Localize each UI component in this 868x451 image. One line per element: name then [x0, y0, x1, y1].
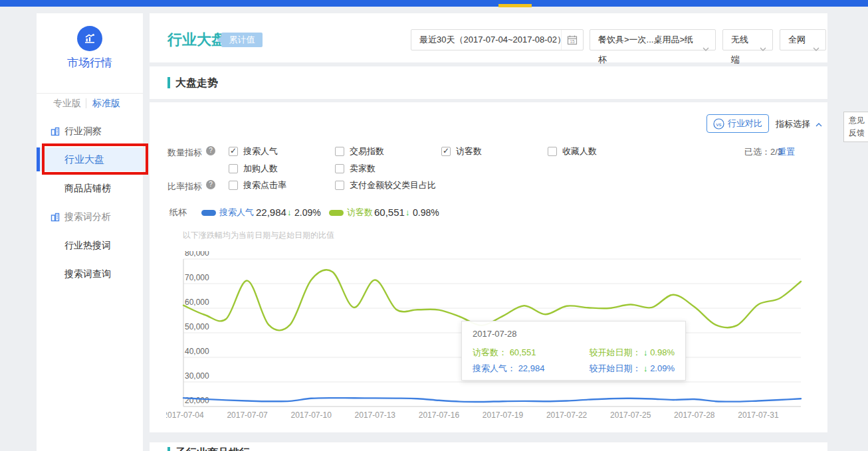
legend-series-change: 2.09%	[294, 207, 321, 218]
tab-pro-version[interactable]: 专业版	[53, 98, 81, 110]
sidebar-item-label: 行业热搜词	[64, 238, 111, 252]
checkbox-visitor-count[interactable]: 访客数	[441, 146, 482, 157]
svg-text:2017-07-19: 2017-07-19	[483, 410, 524, 420]
legend-series-value: 22,984	[256, 207, 286, 218]
chart-tooltip: 2017-07-28 访客数： 60,551 较开始日期： ↓ 0.98% 搜索…	[461, 321, 686, 381]
sidebar-item-hot-search-words[interactable]: 行业热搜词	[37, 238, 143, 252]
vs-icon: vs	[713, 118, 724, 130]
checkbox-label: 交易指数	[350, 145, 384, 157]
checkbox-label: 访客数	[456, 145, 482, 157]
help-icon[interactable]: ?	[206, 180, 215, 189]
checkbox-seller-count[interactable]: 卖家数	[335, 163, 376, 174]
red-highlight-annotation	[42, 143, 148, 175]
checkbox-box[interactable]	[229, 164, 238, 173]
tooltip-compare-label: 较开始日期：	[589, 363, 641, 373]
tooltip-row-visitor: 访客数： 60,551 较开始日期： ↓ 0.98%	[473, 345, 675, 361]
tooltip-series-name: 搜索人气：	[473, 363, 516, 373]
ratio-metric-label: 比率指标	[167, 181, 202, 193]
tab-standard-version[interactable]: 标准版	[92, 98, 120, 110]
section-accent-bar	[167, 447, 170, 451]
checkbox-box[interactable]	[441, 147, 451, 156]
active-tab-indicator	[498, 4, 532, 7]
checkbox-box[interactable]	[229, 181, 238, 190]
checkbox-transaction-index[interactable]: 交易指数	[335, 146, 384, 157]
down-arrow-icon: ↓	[405, 207, 410, 218]
checkbox-box[interactable]	[548, 147, 557, 156]
help-icon[interactable]: ?	[206, 146, 215, 155]
checkbox-add-cart-count[interactable]: 加购人数	[229, 163, 278, 174]
svg-text:2017-07-13: 2017-07-13	[355, 410, 396, 420]
svg-text:2017-07-04: 2017-07-04	[166, 410, 204, 420]
tooltip-series-value: 60,551	[510, 347, 536, 357]
page: 市场行情 专业版 标准版 行业洞察 行业大盘 商品店铺榜	[0, 0, 868, 451]
checkbox-favorite-count[interactable]: 收藏人数	[548, 146, 597, 157]
checkbox-box[interactable]	[335, 181, 344, 190]
down-arrow-icon: ↓	[643, 363, 648, 373]
calendar-icon[interactable]: 15	[561, 30, 583, 50]
tooltip-row-search-popularity: 搜索人气： 22,984 较开始日期： ↓ 2.09%	[473, 361, 675, 377]
sidebar-divider	[37, 93, 143, 94]
svg-text:2017-07-28: 2017-07-28	[674, 410, 715, 420]
tooltip-series-value: 22,984	[518, 363, 545, 373]
checkbox-box[interactable]	[335, 147, 344, 156]
feedback-label: 意见	[844, 114, 868, 127]
checkbox-payment-parent-ratio[interactable]: 支付金额较父类目占比	[335, 180, 436, 191]
legend-series-name[interactable]: 访客数	[347, 207, 373, 218]
svg-text:50,000: 50,000	[185, 322, 209, 331]
tooltip-date: 2017-07-28	[473, 329, 675, 339]
checkbox-search-popularity[interactable]: 搜索人气	[229, 146, 278, 157]
industry-compare-button[interactable]: vs 行业对比	[706, 114, 769, 133]
legend-series-change: 0.98%	[413, 207, 439, 218]
metric-select-toggle[interactable]: 指标选择	[776, 118, 822, 130]
sidebar-item-product-shop-rank[interactable]: 商品店铺榜	[37, 181, 143, 195]
top-navigation-bar	[0, 0, 868, 7]
page-header: 行业大盘 累计值 最近30天（2017-07-04~2017-08-02） 15…	[150, 13, 827, 62]
chevron-up-icon	[815, 123, 822, 127]
svg-text:70,000: 70,000	[185, 273, 209, 282]
category-dropdown[interactable]: 餐饮具>一次...桌用品>纸杯	[590, 29, 716, 50]
sidebar-item-label: 商品店铺榜	[64, 181, 111, 195]
active-item-bar	[37, 147, 40, 171]
svg-text:30,000: 30,000	[185, 371, 209, 381]
section-accent-bar	[167, 77, 170, 88]
date-range-picker[interactable]: 最近30天（2017-07-04~2017-08-02） 15	[411, 29, 584, 50]
checkbox-search-ctr[interactable]: 搜索点击率	[229, 180, 286, 191]
section-title: 大盘走势	[175, 76, 218, 90]
section-title: 子行业商品排行	[175, 446, 250, 451]
feedback-tab[interactable]: 意见 反馈	[843, 112, 868, 142]
chevron-down-icon	[813, 39, 819, 58]
sidebar: 市场行情 专业版 标准版 行业洞察 行业大盘 商品店铺榜	[37, 13, 143, 451]
chart-note: 以下涨跌幅均为当前日期与起始日期的比值	[183, 230, 334, 241]
market-trend-icon	[77, 26, 102, 51]
scope-dropdown[interactable]: 全网	[780, 29, 826, 50]
trend-section-header: 大盘走势	[150, 66, 827, 99]
terminal-dropdown-value: 无线端	[731, 35, 748, 64]
checkbox-label: 支付金额较父类目占比	[350, 179, 436, 191]
svg-text:15: 15	[570, 39, 575, 44]
cumulative-value-badge: 累计值	[221, 33, 263, 47]
industry-compare-label: 行业对比	[728, 118, 762, 130]
tooltip-change-value: 2.09%	[650, 363, 675, 373]
date-range-text: 最近30天（2017-07-04~2017-08-02）	[419, 35, 566, 45]
quantity-metric-label: 数量指标	[167, 147, 202, 159]
svg-text:2017-07-16: 2017-07-16	[419, 410, 460, 420]
legend-pill-visitor-count[interactable]	[329, 210, 344, 216]
reset-button[interactable]: 重置	[778, 146, 795, 158]
sidebar-group-industry-insight[interactable]: 行业洞察	[37, 124, 143, 137]
checkbox-label: 搜索点击率	[243, 179, 286, 191]
legend-series-name[interactable]: 搜索人气	[219, 207, 254, 218]
legend-category: 纸杯	[169, 207, 187, 218]
checkbox-label: 卖家数	[350, 163, 376, 175]
checkbox-box[interactable]	[229, 147, 238, 156]
legend-pill-search-popularity[interactable]	[201, 210, 216, 216]
svg-text:2017-07-31: 2017-07-31	[738, 410, 779, 420]
version-tab-separator	[86, 98, 86, 108]
sidebar-item-label: 行业洞察	[64, 124, 102, 137]
sidebar-group-search-word-analysis[interactable]: 搜索词分析	[37, 210, 143, 223]
terminal-dropdown[interactable]: 无线端	[722, 29, 773, 50]
industry-insight-icon	[51, 126, 60, 139]
checkbox-box[interactable]	[335, 164, 344, 173]
sidebar-item-search-word-query[interactable]: 搜索词查询	[37, 267, 143, 280]
svg-text:2017-07-10: 2017-07-10	[291, 410, 332, 420]
legend-series-value: 60,551	[374, 207, 405, 218]
